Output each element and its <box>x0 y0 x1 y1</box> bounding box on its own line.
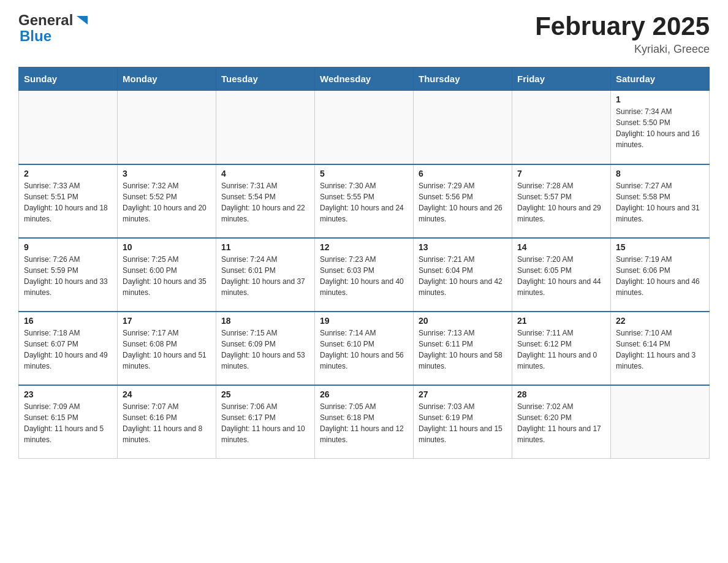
day-info: Sunrise: 7:25 AMSunset: 6:00 PMDaylight:… <box>123 254 211 298</box>
title-block: February 2025 Kyriaki, Greece <box>535 12 710 56</box>
day-info: Sunrise: 7:32 AMSunset: 5:52 PMDaylight:… <box>123 180 211 224</box>
calendar-weekday-header: Sunday <box>19 67 118 91</box>
logo-container: General Blue <box>18 12 88 45</box>
day-number: 2 <box>24 169 112 178</box>
calendar-day-cell: 26Sunrise: 7:05 AMSunset: 6:18 PMDayligh… <box>315 385 414 459</box>
calendar-day-cell: 4Sunrise: 7:31 AMSunset: 5:54 PMDaylight… <box>216 164 315 238</box>
day-info: Sunrise: 7:14 AMSunset: 6:10 PMDaylight:… <box>320 327 408 372</box>
day-number: 28 <box>517 389 605 399</box>
day-number: 13 <box>419 242 507 252</box>
day-info: Sunrise: 7:34 AMSunset: 5:50 PMDaylight:… <box>616 106 704 150</box>
calendar-weekday-header: Monday <box>118 67 216 91</box>
calendar-day-cell: 27Sunrise: 7:03 AMSunset: 6:19 PMDayligh… <box>414 385 512 459</box>
day-number: 15 <box>616 242 704 252</box>
day-info: Sunrise: 7:03 AMSunset: 6:19 PMDaylight:… <box>419 401 507 445</box>
day-number: 27 <box>419 389 507 399</box>
day-info: Sunrise: 7:30 AMSunset: 5:55 PMDaylight:… <box>320 180 408 224</box>
day-number: 16 <box>24 316 112 326</box>
day-number: 20 <box>419 316 507 326</box>
day-info: Sunrise: 7:21 AMSunset: 6:04 PMDaylight:… <box>419 254 507 298</box>
logo-triangle-icon <box>74 13 88 27</box>
day-info: Sunrise: 7:29 AMSunset: 5:56 PMDaylight:… <box>419 180 507 224</box>
day-info: Sunrise: 7:20 AMSunset: 6:05 PMDaylight:… <box>517 254 605 298</box>
day-number: 19 <box>320 316 408 326</box>
day-number: 18 <box>221 316 309 326</box>
calendar-day-cell: 2Sunrise: 7:33 AMSunset: 5:51 PMDaylight… <box>19 164 118 238</box>
calendar-day-cell <box>118 91 216 164</box>
calendar-day-cell: 18Sunrise: 7:15 AMSunset: 6:09 PMDayligh… <box>216 312 315 385</box>
location-subtitle: Kyriaki, Greece <box>535 43 710 56</box>
calendar-weekday-header: Saturday <box>611 67 710 91</box>
calendar-day-cell: 28Sunrise: 7:02 AMSunset: 6:20 PMDayligh… <box>512 385 611 459</box>
day-number: 14 <box>517 242 605 252</box>
day-number: 17 <box>123 316 211 326</box>
calendar-day-cell: 20Sunrise: 7:13 AMSunset: 6:11 PMDayligh… <box>414 312 512 385</box>
calendar-week-row: 1Sunrise: 7:34 AMSunset: 5:50 PMDaylight… <box>19 91 710 164</box>
day-info: Sunrise: 7:18 AMSunset: 6:07 PMDaylight:… <box>24 327 112 372</box>
logo-general-text: General <box>18 12 73 28</box>
calendar-week-row: 2Sunrise: 7:33 AMSunset: 5:51 PMDaylight… <box>19 164 710 238</box>
month-year-title: February 2025 <box>535 12 710 40</box>
day-number: 23 <box>24 389 112 399</box>
calendar-day-cell: 19Sunrise: 7:14 AMSunset: 6:10 PMDayligh… <box>315 312 414 385</box>
calendar-day-cell: 8Sunrise: 7:27 AMSunset: 5:58 PMDaylight… <box>611 164 710 238</box>
calendar-day-cell: 14Sunrise: 7:20 AMSunset: 6:05 PMDayligh… <box>512 238 611 312</box>
day-number: 5 <box>320 169 408 178</box>
calendar-day-cell: 25Sunrise: 7:06 AMSunset: 6:17 PMDayligh… <box>216 385 315 459</box>
calendar-week-row: 9Sunrise: 7:26 AMSunset: 5:59 PMDaylight… <box>19 238 710 312</box>
day-info: Sunrise: 7:24 AMSunset: 6:01 PMDaylight:… <box>221 254 309 298</box>
day-number: 11 <box>221 242 309 252</box>
day-info: Sunrise: 7:07 AMSunset: 6:16 PMDaylight:… <box>123 401 211 445</box>
day-info: Sunrise: 7:15 AMSunset: 6:09 PMDaylight:… <box>221 327 309 372</box>
day-info: Sunrise: 7:27 AMSunset: 5:58 PMDaylight:… <box>616 180 704 224</box>
day-number: 12 <box>320 242 408 252</box>
calendar-day-cell: 13Sunrise: 7:21 AMSunset: 6:04 PMDayligh… <box>414 238 512 312</box>
calendar-day-cell: 5Sunrise: 7:30 AMSunset: 5:55 PMDaylight… <box>315 164 414 238</box>
calendar-week-row: 16Sunrise: 7:18 AMSunset: 6:07 PMDayligh… <box>19 312 710 385</box>
calendar-day-cell <box>512 91 611 164</box>
day-info: Sunrise: 7:19 AMSunset: 6:06 PMDaylight:… <box>616 254 704 298</box>
calendar-day-cell: 15Sunrise: 7:19 AMSunset: 6:06 PMDayligh… <box>611 238 710 312</box>
day-info: Sunrise: 7:23 AMSunset: 6:03 PMDaylight:… <box>320 254 408 298</box>
day-info: Sunrise: 7:33 AMSunset: 5:51 PMDaylight:… <box>24 180 112 224</box>
day-info: Sunrise: 7:02 AMSunset: 6:20 PMDaylight:… <box>517 401 605 445</box>
day-number: 26 <box>320 389 408 399</box>
day-number: 9 <box>24 242 112 252</box>
calendar-table: SundayMondayTuesdayWednesdayThursdayFrid… <box>18 67 710 459</box>
day-number: 24 <box>123 389 211 399</box>
day-number: 7 <box>517 169 605 178</box>
day-info: Sunrise: 7:05 AMSunset: 6:18 PMDaylight:… <box>320 401 408 445</box>
calendar-day-cell: 12Sunrise: 7:23 AMSunset: 6:03 PMDayligh… <box>315 238 414 312</box>
calendar-week-row: 23Sunrise: 7:09 AMSunset: 6:15 PMDayligh… <box>19 385 710 459</box>
calendar-day-cell: 10Sunrise: 7:25 AMSunset: 6:00 PMDayligh… <box>118 238 216 312</box>
day-info: Sunrise: 7:31 AMSunset: 5:54 PMDaylight:… <box>221 180 309 224</box>
svg-marker-0 <box>77 16 88 25</box>
calendar-header-row: SundayMondayTuesdayWednesdayThursdayFrid… <box>19 67 710 91</box>
calendar-day-cell: 22Sunrise: 7:10 AMSunset: 6:14 PMDayligh… <box>611 312 710 385</box>
calendar-day-cell <box>414 91 512 164</box>
calendar-day-cell: 23Sunrise: 7:09 AMSunset: 6:15 PMDayligh… <box>19 385 118 459</box>
day-number: 25 <box>221 389 309 399</box>
calendar-weekday-header: Tuesday <box>216 67 315 91</box>
day-number: 3 <box>123 169 211 178</box>
day-info: Sunrise: 7:28 AMSunset: 5:57 PMDaylight:… <box>517 180 605 224</box>
calendar-day-cell: 6Sunrise: 7:29 AMSunset: 5:56 PMDaylight… <box>414 164 512 238</box>
calendar-day-cell: 24Sunrise: 7:07 AMSunset: 6:16 PMDayligh… <box>118 385 216 459</box>
calendar-day-cell: 1Sunrise: 7:34 AMSunset: 5:50 PMDaylight… <box>611 91 710 164</box>
day-number: 22 <box>616 316 704 326</box>
calendar-day-cell <box>611 385 710 459</box>
calendar-day-cell: 3Sunrise: 7:32 AMSunset: 5:52 PMDaylight… <box>118 164 216 238</box>
calendar-day-cell: 9Sunrise: 7:26 AMSunset: 5:59 PMDaylight… <box>19 238 118 312</box>
day-number: 8 <box>616 169 704 178</box>
day-info: Sunrise: 7:09 AMSunset: 6:15 PMDaylight:… <box>24 401 112 445</box>
calendar-day-cell <box>19 91 118 164</box>
day-number: 1 <box>616 94 704 104</box>
logo: General Blue <box>18 12 88 45</box>
calendar-day-cell: 21Sunrise: 7:11 AMSunset: 6:12 PMDayligh… <box>512 312 611 385</box>
calendar-weekday-header: Wednesday <box>315 67 414 91</box>
day-info: Sunrise: 7:06 AMSunset: 6:17 PMDaylight:… <box>221 401 309 445</box>
page-header: General Blue February 2025 Kyriaki, Gree… <box>18 12 710 56</box>
day-number: 21 <box>517 316 605 326</box>
day-number: 6 <box>419 169 507 178</box>
day-info: Sunrise: 7:10 AMSunset: 6:14 PMDaylight:… <box>616 327 704 372</box>
